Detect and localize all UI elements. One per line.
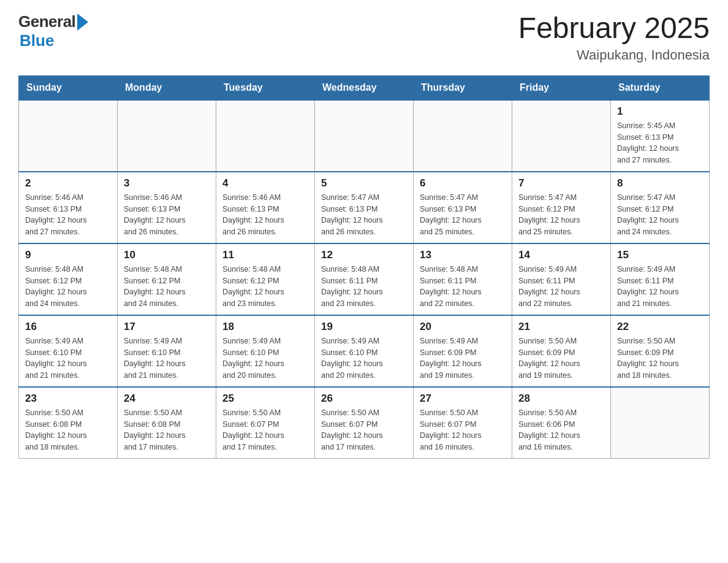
day-number: 4 (222, 177, 308, 190)
day-info: Sunrise: 5:49 AM Sunset: 6:09 PM Dayligh… (420, 335, 506, 381)
day-number: 16 (25, 321, 111, 333)
day-info: Sunrise: 5:47 AM Sunset: 6:13 PM Dayligh… (321, 192, 407, 238)
calendar-cell: 21Sunrise: 5:50 AM Sunset: 6:09 PM Dayli… (512, 315, 611, 387)
day-info: Sunrise: 5:50 AM Sunset: 6:07 PM Dayligh… (420, 407, 506, 453)
day-number: 7 (518, 177, 604, 190)
day-number: 25 (222, 393, 308, 405)
calendar-cell: 6Sunrise: 5:47 AM Sunset: 6:13 PM Daylig… (414, 172, 512, 243)
calendar-cell: 27Sunrise: 5:50 AM Sunset: 6:07 PM Dayli… (414, 387, 512, 459)
day-number: 27 (420, 393, 506, 405)
day-info: Sunrise: 5:46 AM Sunset: 6:13 PM Dayligh… (25, 192, 111, 238)
calendar-cell: 8Sunrise: 5:47 AM Sunset: 6:12 PM Daylig… (611, 172, 710, 243)
calendar-cell: 18Sunrise: 5:49 AM Sunset: 6:10 PM Dayli… (216, 315, 315, 387)
day-info: Sunrise: 5:49 AM Sunset: 6:11 PM Dayligh… (617, 264, 703, 310)
calendar-week-row: 2Sunrise: 5:46 AM Sunset: 6:13 PM Daylig… (19, 172, 710, 243)
day-info: Sunrise: 5:46 AM Sunset: 6:13 PM Dayligh… (222, 192, 308, 238)
weekday-header-wednesday: Wednesday (315, 75, 414, 100)
day-number: 12 (321, 249, 407, 261)
calendar-cell: 16Sunrise: 5:49 AM Sunset: 6:10 PM Dayli… (19, 315, 118, 387)
logo-triangle-icon (77, 13, 88, 31)
calendar-cell (216, 100, 315, 172)
calendar-cell: 9Sunrise: 5:48 AM Sunset: 6:12 PM Daylig… (19, 243, 118, 315)
calendar-cell (611, 387, 710, 459)
calendar-cell (512, 100, 611, 172)
day-number: 18 (222, 321, 308, 333)
day-info: Sunrise: 5:50 AM Sunset: 6:06 PM Dayligh… (518, 407, 604, 453)
weekday-header-row: SundayMondayTuesdayWednesdayThursdayFrid… (19, 75, 710, 100)
day-info: Sunrise: 5:50 AM Sunset: 6:09 PM Dayligh… (518, 335, 604, 381)
calendar-cell: 28Sunrise: 5:50 AM Sunset: 6:06 PM Dayli… (512, 387, 611, 459)
calendar-header: SundayMondayTuesdayWednesdayThursdayFrid… (19, 75, 710, 100)
day-number: 22 (617, 321, 703, 333)
day-info: Sunrise: 5:50 AM Sunset: 6:08 PM Dayligh… (25, 407, 111, 453)
weekday-header-tuesday: Tuesday (216, 75, 315, 100)
day-number: 9 (25, 249, 111, 261)
logo: General Blue (18, 12, 88, 50)
calendar-cell: 3Sunrise: 5:46 AM Sunset: 6:13 PM Daylig… (118, 172, 216, 243)
month-title: February 2025 (518, 12, 710, 45)
logo-blue: Blue (20, 31, 54, 50)
calendar-cell: 13Sunrise: 5:48 AM Sunset: 6:11 PM Dayli… (414, 243, 512, 315)
calendar-cell: 12Sunrise: 5:48 AM Sunset: 6:11 PM Dayli… (315, 243, 414, 315)
calendar-cell (414, 100, 512, 172)
day-number: 15 (617, 249, 703, 261)
day-number: 26 (321, 393, 407, 405)
calendar-week-row: 16Sunrise: 5:49 AM Sunset: 6:10 PM Dayli… (19, 315, 710, 387)
weekday-header-thursday: Thursday (414, 75, 512, 100)
day-info: Sunrise: 5:48 AM Sunset: 6:12 PM Dayligh… (124, 264, 210, 310)
calendar-table: SundayMondayTuesdayWednesdayThursdayFrid… (18, 75, 710, 459)
day-number: 10 (124, 249, 210, 261)
day-info: Sunrise: 5:46 AM Sunset: 6:13 PM Dayligh… (124, 192, 210, 238)
day-number: 13 (420, 249, 506, 261)
calendar-cell: 19Sunrise: 5:49 AM Sunset: 6:10 PM Dayli… (315, 315, 414, 387)
weekday-header-sunday: Sunday (19, 75, 118, 100)
calendar-week-row: 9Sunrise: 5:48 AM Sunset: 6:12 PM Daylig… (19, 243, 710, 315)
day-info: Sunrise: 5:45 AM Sunset: 6:13 PM Dayligh… (617, 120, 703, 166)
title-block: February 2025 Waipukang, Indonesia (518, 12, 710, 63)
calendar-body: 1Sunrise: 5:45 AM Sunset: 6:13 PM Daylig… (19, 100, 710, 459)
day-info: Sunrise: 5:49 AM Sunset: 6:10 PM Dayligh… (25, 335, 111, 381)
day-number: 5 (321, 177, 407, 190)
day-number: 19 (321, 321, 407, 333)
weekday-header-saturday: Saturday (611, 75, 710, 100)
weekday-header-monday: Monday (118, 75, 216, 100)
calendar-cell: 14Sunrise: 5:49 AM Sunset: 6:11 PM Dayli… (512, 243, 611, 315)
calendar-week-row: 1Sunrise: 5:45 AM Sunset: 6:13 PM Daylig… (19, 100, 710, 172)
day-number: 3 (124, 177, 210, 190)
day-number: 20 (420, 321, 506, 333)
calendar-cell: 2Sunrise: 5:46 AM Sunset: 6:13 PM Daylig… (19, 172, 118, 243)
calendar-cell: 4Sunrise: 5:46 AM Sunset: 6:13 PM Daylig… (216, 172, 315, 243)
calendar-cell (315, 100, 414, 172)
day-number: 23 (25, 393, 111, 405)
calendar-cell: 24Sunrise: 5:50 AM Sunset: 6:08 PM Dayli… (118, 387, 216, 459)
day-info: Sunrise: 5:49 AM Sunset: 6:10 PM Dayligh… (222, 335, 308, 381)
calendar-cell: 1Sunrise: 5:45 AM Sunset: 6:13 PM Daylig… (611, 100, 710, 172)
day-info: Sunrise: 5:47 AM Sunset: 6:12 PM Dayligh… (518, 192, 604, 238)
day-info: Sunrise: 5:49 AM Sunset: 6:10 PM Dayligh… (124, 335, 210, 381)
day-number: 2 (25, 177, 111, 190)
day-info: Sunrise: 5:50 AM Sunset: 6:08 PM Dayligh… (124, 407, 210, 453)
location-subtitle: Waipukang, Indonesia (518, 47, 710, 63)
day-number: 14 (518, 249, 604, 261)
day-number: 21 (518, 321, 604, 333)
day-number: 24 (124, 393, 210, 405)
calendar-cell: 20Sunrise: 5:49 AM Sunset: 6:09 PM Dayli… (414, 315, 512, 387)
weekday-header-friday: Friday (512, 75, 611, 100)
day-info: Sunrise: 5:48 AM Sunset: 6:12 PM Dayligh… (222, 264, 308, 310)
day-info: Sunrise: 5:47 AM Sunset: 6:12 PM Dayligh… (617, 192, 703, 238)
day-number: 28 (518, 393, 604, 405)
calendar-cell: 7Sunrise: 5:47 AM Sunset: 6:12 PM Daylig… (512, 172, 611, 243)
day-info: Sunrise: 5:50 AM Sunset: 6:09 PM Dayligh… (617, 335, 703, 381)
day-number: 17 (124, 321, 210, 333)
day-info: Sunrise: 5:50 AM Sunset: 6:07 PM Dayligh… (321, 407, 407, 453)
day-info: Sunrise: 5:49 AM Sunset: 6:11 PM Dayligh… (518, 264, 604, 310)
day-info: Sunrise: 5:49 AM Sunset: 6:10 PM Dayligh… (321, 335, 407, 381)
calendar-week-row: 23Sunrise: 5:50 AM Sunset: 6:08 PM Dayli… (19, 387, 710, 459)
calendar-cell: 11Sunrise: 5:48 AM Sunset: 6:12 PM Dayli… (216, 243, 315, 315)
calendar-cell: 23Sunrise: 5:50 AM Sunset: 6:08 PM Dayli… (19, 387, 118, 459)
day-number: 11 (222, 249, 308, 261)
calendar-cell (118, 100, 216, 172)
day-info: Sunrise: 5:48 AM Sunset: 6:11 PM Dayligh… (420, 264, 506, 310)
day-info: Sunrise: 5:50 AM Sunset: 6:07 PM Dayligh… (222, 407, 308, 453)
page-header: General Blue February 2025 Waipukang, In… (18, 12, 710, 63)
